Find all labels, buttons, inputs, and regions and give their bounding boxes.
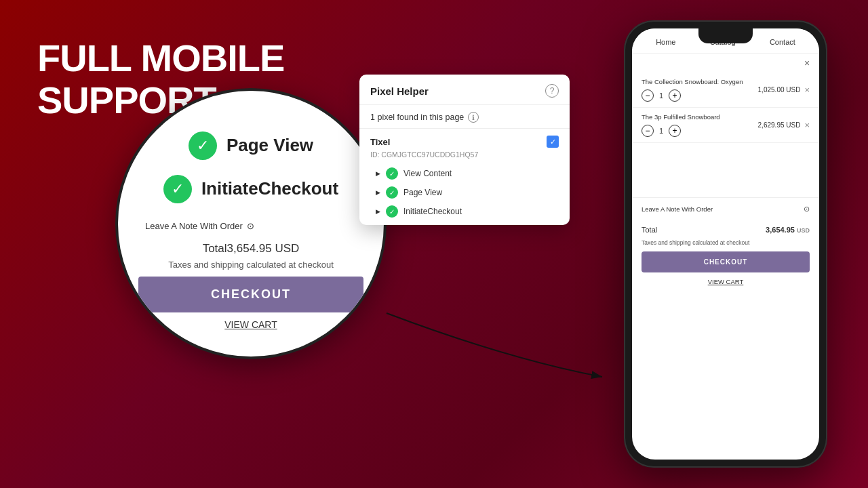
- phone-note-label: Leave A Note With Order: [642, 205, 804, 213]
- event-name-view-content: View Content: [403, 169, 452, 178]
- zoom-total-label: Total: [203, 242, 227, 256]
- phone-product-2-price: 2,629.95 USD: [758, 121, 801, 129]
- phone-checkout-button[interactable]: CHECKOUT: [642, 251, 810, 272]
- phone-product-2-remove[interactable]: ×: [804, 120, 810, 130]
- phone-product-1-info: The Collection Snowboard: Oxygen − 1 +: [642, 78, 758, 102]
- pixel-name: Tixel: [370, 137, 390, 147]
- phone-product-1-qty-increase[interactable]: +: [669, 89, 681, 102]
- initiate-checkout-check-icon: ✓: [163, 175, 192, 203]
- phone-product-2-qty-decrease[interactable]: −: [642, 125, 654, 137]
- phone-note-row: Leave A Note With Order ⊙: [632, 197, 819, 220]
- pixel-detail-row: Tixel ✓ ID: CGMJGTCC97UCDDG1HQ57 ▶ ✓ Vie…: [359, 129, 570, 225]
- pixel-event-page-view[interactable]: ▶ ✓ Page View: [370, 183, 559, 202]
- page-view-badge: ✓ Page View: [189, 131, 313, 160]
- zoom-note-row: Leave A Note With Order ⊙: [138, 218, 363, 234]
- phone-total-label: Total: [642, 226, 657, 234]
- initiate-checkout-badge: ✓ InitiateCheckout: [163, 175, 338, 203]
- phone-product-1-qty: 1: [659, 92, 663, 100]
- phone-product-2-qty-increase[interactable]: +: [669, 125, 681, 137]
- event-check-icon: ✓: [386, 167, 398, 180]
- arrow-icon-3: ▶: [376, 208, 380, 215]
- page-view-label: Page View: [226, 135, 313, 156]
- event-check-icon-2: ✓: [386, 186, 398, 199]
- phone-notch: [698, 28, 753, 43]
- pixel-helper-info-icon[interactable]: ?: [545, 84, 559, 98]
- initiate-checkout-label: InitiateCheckout: [201, 178, 338, 199]
- pixel-helper-header: Pixel Helper ?: [359, 75, 570, 105]
- phone-total-value: 3,654.95 USD: [766, 226, 810, 234]
- phone-product-2-name: The 3p Fulfilled Snowboard: [642, 113, 758, 121]
- zoom-tax-note: Taxes and shipping calculated at checkou…: [161, 260, 340, 277]
- pixel-helper-title: Pixel Helper: [370, 85, 429, 97]
- pixel-found-row: 1 pixel found in this page ℹ: [359, 105, 570, 129]
- phone-nav-contact[interactable]: Contact: [770, 38, 795, 46]
- arrow-icon-2: ▶: [376, 189, 380, 196]
- pixel-id: ID: CGMJGTCC97UCDDG1HQ57: [370, 150, 559, 159]
- page-view-check-icon: ✓: [189, 131, 217, 160]
- event-check-icon-3: ✓: [386, 205, 398, 218]
- zoom-view-cart-link[interactable]: VIEW CART: [224, 319, 277, 330]
- phone-close-button[interactable]: ×: [802, 58, 812, 68]
- phone-note-icon: ⊙: [804, 205, 810, 214]
- zoom-total-row: Total 3,654.95 USD: [196, 238, 307, 260]
- phone-frame: Home Catalog Contact × The Collection Sn…: [624, 20, 827, 468]
- phone-product-2: The 3p Fulfilled Snowboard − 1 + 2,629.9…: [632, 108, 819, 143]
- pixel-event-view-content[interactable]: ▶ ✓ View Content: [370, 164, 559, 183]
- pixel-helper-popup: Pixel Helper ? 1 pixel found in this pag…: [359, 75, 570, 225]
- phone-product-1-qty-decrease[interactable]: −: [642, 89, 654, 102]
- zoom-circle: ✓ Page View ✓ InitiateCheckout Leave A N…: [115, 88, 387, 359]
- phone-product-1: The Collection Snowboard: Oxygen − 1 + 1…: [632, 73, 819, 108]
- phone-product-1-qty-ctrl: − 1 +: [642, 89, 758, 102]
- phone-product-1-name: The Collection Snowboard: Oxygen: [642, 78, 758, 85]
- phone-total-row: Total 3,654.95 USD: [632, 220, 819, 239]
- phone-product-1-price: 1,025.00 USD: [758, 86, 801, 94]
- pixel-found-text: 1 pixel found in this page: [370, 113, 464, 122]
- pixel-found-info-icon[interactable]: ℹ: [468, 112, 479, 123]
- zoom-total-value: 3,654.95 USD: [227, 242, 300, 256]
- phone-tax-note: Taxes and shipping calculated at checkou…: [632, 239, 819, 251]
- phone-product-1-remove[interactable]: ×: [804, 85, 810, 95]
- phone-close-row: ×: [632, 54, 819, 73]
- pixel-event-initiate-checkout[interactable]: ▶ ✓ InitiateCheckout: [370, 202, 559, 221]
- zoom-checkout-button[interactable]: CHECKOUT: [138, 277, 363, 312]
- phone-product-2-info: The 3p Fulfilled Snowboard − 1 +: [642, 113, 758, 137]
- zoom-note-icon: ⊙: [247, 221, 254, 231]
- arrow-icon: ▶: [376, 170, 380, 177]
- zoom-note-label: Leave A Note With Order: [145, 221, 243, 231]
- phone-product-2-qty: 1: [659, 127, 663, 135]
- phone-nav-home[interactable]: Home: [656, 38, 675, 46]
- phone-screen: Home Catalog Contact × The Collection Sn…: [632, 28, 819, 460]
- pixel-checkbox[interactable]: ✓: [547, 136, 559, 148]
- event-name-page-view: Page View: [403, 188, 442, 197]
- phone-view-cart-link[interactable]: VIEW CART: [632, 278, 819, 291]
- event-name-initiate-checkout: InitiateCheckout: [403, 207, 462, 216]
- phone-product-2-qty-ctrl: − 1 +: [642, 125, 758, 137]
